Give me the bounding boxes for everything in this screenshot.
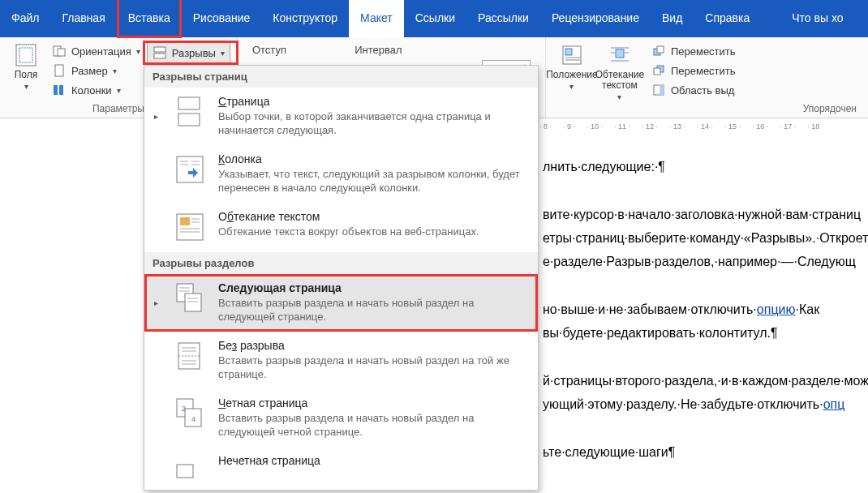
continuous-break-icon (173, 339, 207, 373)
submenu-arrow-icon: ▸ (154, 112, 161, 121)
break-even-page-desc: Вставить разрыв раздела и начать новый р… (218, 411, 530, 439)
svg-rect-27 (178, 114, 200, 126)
break-next-page-desc: Вставить разрыв раздела и начать новый р… (218, 296, 530, 324)
svg-text:2: 2 (182, 405, 186, 413)
tab-review[interactable]: Рецензирование (540, 0, 651, 37)
svg-rect-25 (660, 85, 664, 95)
odd-page-break-icon (173, 454, 207, 488)
svg-rect-9 (154, 47, 165, 52)
chevron-down-icon: ▾ (569, 82, 574, 91)
svg-rect-12 (565, 49, 572, 55)
chevron-down-icon: ▾ (24, 82, 28, 91)
group-label-arrange: Упорядочен (552, 101, 862, 118)
break-page[interactable]: ▸ Страница Выбор точки, в которой заканч… (144, 88, 538, 145)
tab-insert[interactable]: Вставка (117, 0, 182, 37)
break-column[interactable]: ▸ Колонка Указывает, что текст, следующи… (144, 145, 538, 203)
doc-line: й·страницы·второго·раздела,·и·в·каждом·р… (543, 369, 865, 392)
tab-view[interactable]: Вид (651, 0, 694, 37)
group-arrange: Положение ▾ Обтекание текстом ▾ Перемест… (546, 37, 868, 118)
submenu-arrow-icon: ▸ (154, 298, 161, 307)
doc-line: е·разделе·Разрыв·разделов,·например·—·Сл… (543, 250, 865, 273)
svg-rect-6 (55, 65, 63, 76)
break-odd-page-title: Нечетная страница (218, 454, 530, 467)
breaks-icon (153, 45, 167, 60)
doc-line: етры·страниц·выберите·команду·«Разрывы».… (543, 226, 865, 250)
break-column-desc: Указывает, что текст, следующий за разры… (218, 167, 530, 195)
svg-rect-26 (178, 97, 200, 109)
bring-forward-button[interactable]: Переместить (648, 42, 739, 60)
break-text-wrapping-title: Обтекание текстом (218, 210, 530, 223)
break-page-title: Страница (218, 95, 530, 108)
svg-rect-7 (54, 85, 58, 95)
orientation-label: Ориентация (71, 45, 131, 58)
columns-label: Колонки (71, 84, 112, 96)
position-label: Положение (546, 70, 597, 80)
columns-icon (52, 83, 67, 97)
doc-line: но·выше·и·не·забываем·отключить·опцию·Ка… (543, 298, 865, 321)
tab-draw[interactable]: Рисование (182, 0, 262, 37)
page-break-icon (173, 95, 207, 129)
wrap-text-icon (607, 42, 633, 68)
breaks-label: Разрывы (172, 47, 216, 59)
svg-rect-34 (180, 217, 190, 225)
text-wrap-break-icon (173, 210, 207, 244)
next-page-break-icon (173, 281, 207, 315)
dropdown-header-section-breaks: Разрывы разделов (144, 252, 538, 274)
tab-help[interactable]: Справка (694, 0, 761, 37)
tell-me-search[interactable]: Что вы хо (784, 0, 854, 37)
margins-button[interactable]: Поля ▾ (6, 41, 45, 101)
link-option[interactable]: опцию (757, 302, 796, 316)
tell-me-icon[interactable] (761, 0, 784, 37)
break-odd-page[interactable]: ▸ Нечетная страница (144, 447, 538, 490)
doc-line: лнить·следующие:·¶ (543, 155, 865, 178)
svg-rect-8 (59, 85, 63, 95)
breaks-dropdown: Разрывы страниц ▸ Страница Выбор точки, … (144, 65, 539, 491)
send-backward-label: Переместить (671, 65, 736, 77)
chevron-down-icon: ▾ (617, 92, 621, 101)
chevron-down-icon: ▾ (117, 86, 121, 95)
svg-rect-28 (177, 156, 203, 182)
tab-file[interactable]: Файл (0, 0, 50, 37)
tab-home[interactable]: Главная (50, 0, 116, 37)
wrap-text-label: Обтекание текстом (595, 70, 645, 91)
break-next-page[interactable]: ▸ Следующая страница Вставить разрыв раз… (144, 274, 538, 332)
margins-icon (13, 42, 39, 68)
orientation-icon (52, 44, 67, 58)
columns-button[interactable]: Колонки ▾ (49, 81, 144, 99)
chevron-down-icon: ▾ (136, 47, 140, 56)
selection-pane-label: Область выд (671, 84, 734, 96)
send-backward-button[interactable]: Переместить (648, 62, 739, 79)
chevron-down-icon: ▾ (113, 66, 117, 75)
column-break-icon (173, 152, 207, 186)
svg-rect-15 (616, 49, 624, 58)
doc-line: вы·будете·редактировать·колонтитул.¶ (543, 321, 865, 345)
dropdown-header-page-breaks: Разрывы страниц (144, 66, 538, 88)
link-option-2[interactable]: опц (823, 397, 845, 411)
break-text-wrapping[interactable]: ▸ Обтекание текстом Обтекание текста вок… (144, 203, 538, 252)
chevron-down-icon: ▾ (221, 49, 225, 58)
position-button[interactable]: Положение ▾ (552, 41, 591, 101)
doc-line: ующий·этому·разделу.·Не·забудьте·отключи… (543, 392, 865, 416)
break-continuous-title: Без разрыва (218, 339, 530, 352)
break-continuous[interactable]: ▸ Без разрыва Вставить разрыв раздела и … (144, 332, 538, 389)
document-area[interactable]: лнить·следующие:·¶ вите·курсор·в·начало·… (539, 134, 868, 493)
size-icon (52, 63, 67, 78)
tab-references[interactable]: Ссылки (404, 0, 466, 37)
orientation-button[interactable]: Ориентация ▾ (49, 42, 144, 60)
tab-design[interactable]: Конструктор (261, 0, 349, 37)
tab-mailings[interactable]: Рассылки (466, 0, 540, 37)
breaks-button[interactable]: Разрывы ▾ (147, 42, 230, 63)
size-button[interactable]: Размер ▾ (49, 62, 144, 79)
break-even-page-title: Четная страница (218, 397, 530, 409)
ribbon-tabs: Файл Главная Вставка Рисование Конструкт… (0, 0, 868, 37)
margins-label: Поля (15, 70, 38, 80)
break-even-page[interactable]: ▸ 24 Четная страница Вставить разрыв раз… (144, 389, 538, 447)
size-label: Размер (71, 65, 108, 77)
svg-rect-21 (657, 46, 664, 53)
tab-layout[interactable]: Макет (349, 0, 404, 37)
svg-rect-5 (58, 49, 65, 56)
break-text-wrapping-desc: Обтекание текста вокруг объектов на веб-… (218, 225, 530, 238)
wrap-text-button[interactable]: Обтекание текстом ▾ (595, 41, 645, 101)
doc-line: ьте·следующие·шаги¶ (543, 440, 865, 464)
selection-pane-button[interactable]: Область выд (648, 81, 739, 99)
